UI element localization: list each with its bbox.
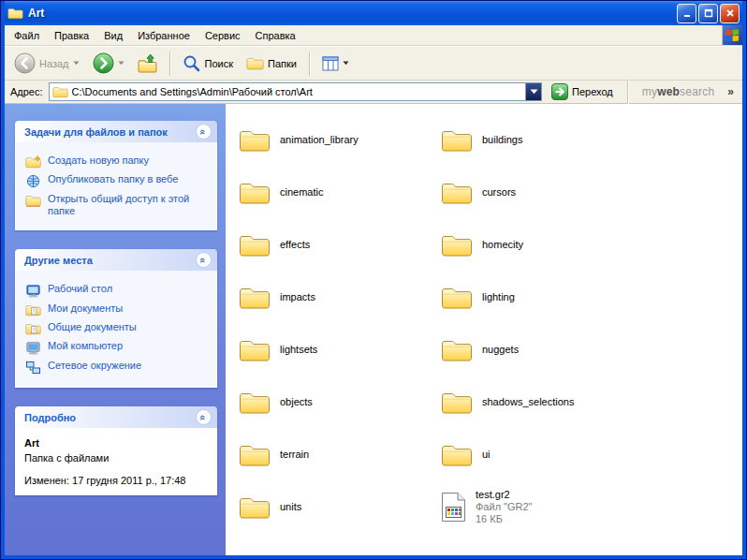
back-dropdown-icon[interactable]	[73, 61, 80, 66]
link-label: Опубликовать папку в вебе	[48, 173, 178, 188]
collapse-chevron-icon[interactable]	[196, 409, 212, 425]
details-modified: Изменен: 17 грудня 2011 р., 17:48	[24, 475, 211, 487]
file-size: 16 КБ	[476, 513, 533, 525]
details-panel: Подробно Art Папка с файлами Изменен: 17…	[15, 406, 217, 495]
task-publish-web[interactable]: Опубликовать папку в вебе	[24, 173, 211, 188]
titlebar[interactable]: Art	[5, 1, 742, 25]
address-separator	[627, 80, 628, 104]
toolbar: Назад Поиск Папки	[5, 46, 742, 81]
folder-item[interactable]: lightsets	[239, 323, 441, 376]
folder-icon	[441, 180, 473, 205]
other-places-panel: Другие места Рабочий столМои документыОб…	[15, 249, 217, 388]
back-label: Назад	[39, 58, 69, 69]
windows-logo-icon	[722, 25, 742, 45]
go-icon	[551, 83, 568, 100]
close-button[interactable]	[720, 4, 740, 23]
folder-name: lighting	[482, 291, 515, 302]
folders-button[interactable]: Папки	[241, 52, 302, 74]
up-button[interactable]	[132, 50, 163, 77]
folder-name: homecity	[482, 239, 523, 250]
file-list-area[interactable]: animation_librarybuildingscinematiccurso…	[226, 104, 742, 555]
collapse-chevron-icon[interactable]	[196, 124, 212, 140]
go-button[interactable]: Переход	[548, 82, 617, 101]
folder-name: lightsets	[280, 344, 317, 355]
menu-item-edit[interactable]: Правка	[47, 27, 96, 44]
gr2-file-icon	[441, 492, 466, 523]
window-folder-icon	[7, 7, 23, 20]
address-label: Адрес:	[10, 86, 43, 97]
collapse-chevron-icon[interactable]	[196, 252, 212, 268]
views-dropdown-icon	[343, 61, 349, 66]
task-share-folder[interactable]: Открыть общий доступ к этой папке	[24, 193, 211, 217]
link-label: Мой компьютер	[48, 340, 123, 355]
folder-item[interactable]: terrain	[239, 428, 441, 480]
folder-item[interactable]: impacts	[239, 271, 441, 323]
menu-item-favorites[interactable]: Избранное	[130, 27, 198, 44]
folder-item[interactable]: effects	[239, 218, 441, 271]
back-icon	[14, 52, 36, 74]
file-tasks-header[interactable]: Задачи для файлов и папок	[15, 121, 217, 142]
views-button[interactable]	[316, 52, 355, 76]
folder-item[interactable]: cinematic	[239, 166, 441, 218]
forward-dropdown-icon[interactable]	[118, 61, 124, 66]
menu-item-help[interactable]: Справка	[248, 27, 303, 44]
menu-item-tools[interactable]: Сервис	[198, 27, 248, 44]
folder-name: impacts	[280, 291, 315, 302]
back-button[interactable]: Назад	[8, 49, 85, 78]
window-title: Art	[28, 7, 672, 20]
file-tasks-title: Задачи для файлов и папок	[24, 126, 168, 138]
folder-item[interactable]: homecity	[441, 218, 684, 271]
task-new-folder[interactable]: Создать новую папку	[24, 155, 211, 169]
maximize-button[interactable]	[698, 4, 718, 23]
folder-item[interactable]: nuggets	[441, 323, 684, 376]
search-icon	[183, 54, 201, 73]
folder-item[interactable]: shadows_selections	[441, 376, 684, 428]
link-label: Общие документы	[48, 321, 137, 335]
folder-icon	[239, 180, 271, 205]
forward-icon	[93, 52, 114, 74]
folder-item[interactable]: ui	[441, 428, 684, 480]
search-button[interactable]: Поиск	[177, 51, 239, 77]
minimize-button[interactable]	[677, 4, 696, 23]
link-label: Создать новую папку	[48, 155, 149, 169]
folder-icon	[441, 390, 473, 415]
place-my-documents[interactable]: Мои документы	[24, 302, 211, 317]
details-header[interactable]: Подробно	[15, 406, 217, 428]
up-icon	[138, 53, 157, 73]
menu-item-view[interactable]: Вид	[96, 27, 130, 44]
forward-button[interactable]	[87, 49, 130, 78]
details-folder-type: Папка с файлами	[24, 452, 211, 464]
toolbar-overflow-chevron[interactable]: »	[720, 85, 737, 98]
place-desktop[interactable]: Рабочий стол	[24, 283, 211, 298]
folder-name: nuggets	[482, 344, 519, 355]
my-documents-icon	[24, 303, 41, 317]
folders-label: Папки	[268, 58, 297, 69]
address-input[interactable]: C:\Documents and Settings\Admin\Рабочий …	[49, 82, 542, 101]
folder-icon	[239, 232, 271, 258]
link-label: Сетевое окружение	[48, 360, 141, 375]
link-label: Рабочий стол	[48, 283, 112, 298]
folder-icon	[441, 285, 473, 310]
folder-item[interactable]: objects	[239, 376, 441, 428]
folder-icon	[441, 232, 473, 258]
folder-icon	[441, 442, 473, 467]
folders-icon	[246, 56, 264, 70]
folder-name: shadows_selections	[482, 396, 574, 407]
menu-item-file[interactable]: Файл	[7, 27, 47, 44]
place-network[interactable]: Сетевое окружение	[24, 360, 211, 375]
folder-item[interactable]: cursors	[441, 166, 684, 218]
folder-icon	[441, 127, 473, 153]
folder-icon	[239, 285, 271, 310]
file-item[interactable]: test.gr2Файл "GR2"16 КБ	[441, 480, 684, 533]
address-bar: Адрес: C:\Documents and Settings\Admin\Р…	[5, 81, 742, 104]
place-my-computer[interactable]: Мой компьютер	[24, 340, 211, 355]
folder-item[interactable]: buildings	[441, 113, 684, 166]
place-shared-documents[interactable]: Общие документы	[24, 321, 211, 335]
file-name: test.gr2	[476, 489, 533, 501]
other-places-header[interactable]: Другие места	[15, 249, 217, 271]
address-dropdown-button[interactable]	[525, 83, 541, 100]
folder-item[interactable]: animation_library	[239, 113, 441, 166]
folder-icon	[239, 337, 271, 362]
folder-item[interactable]: units	[239, 480, 441, 533]
folder-item[interactable]: lighting	[441, 271, 684, 323]
